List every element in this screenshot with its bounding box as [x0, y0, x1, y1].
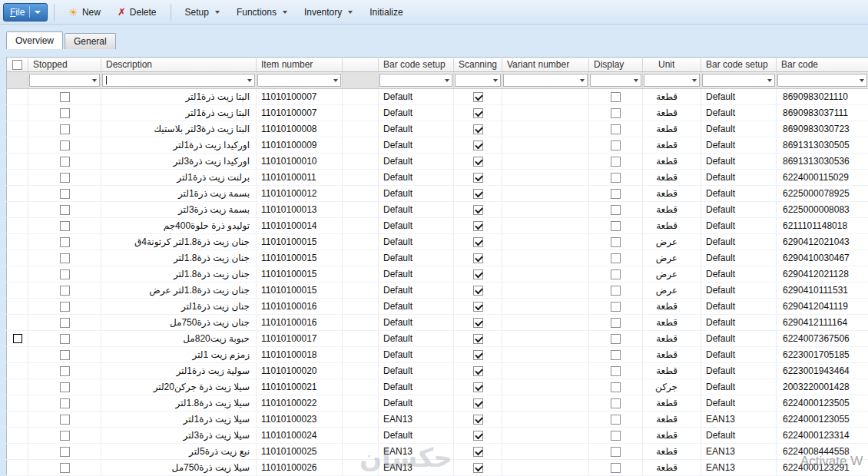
variant-number-cell[interactable]	[502, 186, 589, 202]
description-cell[interactable]: بسمة زيت ذرة3لتر	[101, 202, 257, 218]
description-cell[interactable]: سولية زيت ذرة1لتر	[101, 363, 257, 379]
scanning-cell[interactable]	[454, 250, 502, 266]
column-header-barcode[interactable]: Bar code	[777, 58, 868, 72]
row-selector-cell[interactable]	[7, 299, 28, 315]
scanning-cell[interactable]	[454, 266, 502, 283]
barcode-cell[interactable]: 6225000078925	[777, 186, 868, 202]
table-row[interactable]: سولية زيت ذرة1لتر 11010100020 Default قط…	[7, 363, 868, 379]
stopped-checkbox[interactable]	[60, 334, 70, 344]
display-cell[interactable]	[589, 202, 643, 218]
unit-cell[interactable]: قطعة	[643, 363, 701, 379]
unit-cell[interactable]: جركن	[643, 379, 701, 395]
item-number-cell[interactable]: 11010100016	[257, 299, 343, 315]
stopped-cell[interactable]	[28, 89, 101, 105]
stopped-cell[interactable]	[28, 250, 101, 266]
barcode-cell[interactable]: 8691313030505	[777, 137, 868, 154]
display-checkbox[interactable]	[611, 302, 621, 312]
scanning-cell[interactable]	[454, 137, 502, 154]
filter-variant-number[interactable]	[503, 74, 588, 87]
display-checkbox[interactable]	[611, 366, 621, 376]
functions-menu-button[interactable]: Functions	[229, 3, 295, 21]
barcode-cell[interactable]: 6224007367506	[777, 331, 868, 347]
table-row[interactable]: سيلا زيت ذرة1.8لتر 11010100022 Default ق…	[7, 395, 868, 412]
display-cell[interactable]	[589, 121, 643, 137]
display-cell[interactable]	[589, 218, 643, 234]
unit-cell[interactable]: قطعة	[643, 202, 701, 218]
display-checkbox[interactable]	[611, 318, 621, 328]
scanning-checkbox[interactable]	[473, 302, 483, 312]
stopped-cell[interactable]	[28, 315, 101, 331]
variant-number-cell[interactable]	[502, 121, 589, 137]
variant-number-cell[interactable]	[502, 250, 589, 266]
item-number-cell[interactable]: 11010100022	[257, 395, 343, 412]
barcode-setup2-cell[interactable]: EAN13	[701, 412, 777, 428]
variant-number-cell[interactable]	[502, 137, 589, 154]
barcode-cell[interactable]: 8690983037111	[777, 105, 868, 121]
display-cell[interactable]	[589, 428, 643, 444]
unit-cell[interactable]: قطعة	[643, 428, 701, 444]
stopped-checkbox[interactable]	[60, 157, 70, 167]
scanning-checkbox[interactable]	[473, 269, 483, 279]
item-number-cell[interactable]: 11010100023	[257, 412, 343, 428]
display-cell[interactable]	[589, 89, 643, 105]
row-selector-cell[interactable]	[7, 379, 28, 395]
description-cell[interactable]: سيلا زيت ذرة3لتر	[101, 428, 257, 444]
stopped-checkbox[interactable]	[60, 431, 70, 441]
scanning-checkbox[interactable]	[473, 237, 483, 247]
variant-number-cell[interactable]	[502, 89, 589, 105]
item-number-cell[interactable]: 11010100013	[257, 202, 343, 218]
description-cell[interactable]: بسمة زيت ذرة1لتر	[101, 186, 257, 202]
column-header-unit[interactable]: Unit	[643, 58, 701, 72]
scanning-checkbox[interactable]	[473, 350, 483, 360]
display-checkbox[interactable]	[611, 415, 621, 425]
variant-number-cell[interactable]	[502, 299, 589, 315]
row-selector-cell[interactable]	[7, 202, 28, 218]
scanning-cell[interactable]	[454, 347, 502, 363]
display-checkbox[interactable]	[611, 463, 621, 473]
barcode-cell[interactable]: 6211101148018	[777, 218, 868, 234]
variant-number-cell[interactable]	[502, 412, 589, 428]
description-cell[interactable]: جنان زيت ذرة1.8لتر كرتونة4ق	[101, 234, 257, 250]
barcode-setup-cell[interactable]: Default	[379, 154, 454, 170]
description-cell[interactable]: برلنت زيت ذرة1لتر	[101, 170, 257, 186]
variant-number-cell[interactable]	[502, 105, 589, 121]
table-row[interactable]: اوركيدا زيت ذرة3لتر 11010100010 Default …	[7, 154, 868, 170]
item-number-cell[interactable]: 11010100015	[257, 250, 343, 266]
stopped-checkbox[interactable]	[60, 108, 70, 118]
row-selector-cell[interactable]	[7, 137, 28, 154]
filter-item-number[interactable]	[257, 74, 341, 87]
table-row[interactable]: اوركيدا زيت ذرة1لتر 11010100009 Default …	[7, 137, 868, 154]
row-selector-cell[interactable]	[7, 154, 28, 170]
scanning-cell[interactable]	[454, 121, 502, 137]
column-header-display[interactable]: Display	[589, 58, 643, 72]
barcode-cell[interactable]: 6224000123314	[777, 428, 868, 444]
row-selector-cell[interactable]	[7, 283, 28, 299]
scanning-cell[interactable]	[454, 444, 502, 460]
barcode-setup2-cell[interactable]: Default	[701, 395, 777, 412]
table-row[interactable]: حبوبة زيت820مل 11010100017 Default قطعة …	[7, 331, 868, 347]
scanning-checkbox[interactable]	[473, 157, 483, 167]
stopped-cell[interactable]	[28, 186, 101, 202]
scanning-checkbox[interactable]	[473, 334, 483, 344]
column-header-stopped[interactable]: Stopped	[28, 58, 101, 72]
row-selector-cell[interactable]	[7, 347, 28, 363]
barcode-setup-cell[interactable]: EAN13	[379, 444, 454, 460]
stopped-cell[interactable]	[28, 137, 101, 154]
column-header-barcode-setup2[interactable]: Bar code setup	[701, 58, 777, 72]
unit-cell[interactable]: قطعة	[643, 137, 701, 154]
variant-number-cell[interactable]	[502, 266, 589, 283]
column-header-variant-number[interactable]: Variant number	[502, 58, 589, 72]
display-checkbox[interactable]	[611, 92, 621, 102]
row-selector-cell[interactable]	[7, 266, 28, 283]
unit-cell[interactable]: قطعة	[643, 315, 701, 331]
description-cell[interactable]: البتا زيت ذرة1لتر	[101, 105, 257, 121]
display-checkbox[interactable]	[611, 221, 621, 231]
unit-cell[interactable]: قطعة	[643, 105, 701, 121]
table-row[interactable]: بسمة زيت ذرة1لتر 11010100012 Default قطع…	[7, 186, 868, 202]
item-number-cell[interactable]: 11010100007	[257, 89, 343, 105]
barcode-setup-cell[interactable]: Default	[379, 202, 454, 218]
table-row[interactable]: زمزم زيت 1لتر 11010100018 Default قطعة D…	[7, 347, 868, 363]
barcode-setup2-cell[interactable]: Default	[701, 428, 777, 444]
description-cell[interactable]: جنان زيت ذرة1.8لتر	[101, 266, 257, 283]
description-cell[interactable]: البتا زيت ذرة3لتر بلاستيك	[101, 121, 257, 137]
